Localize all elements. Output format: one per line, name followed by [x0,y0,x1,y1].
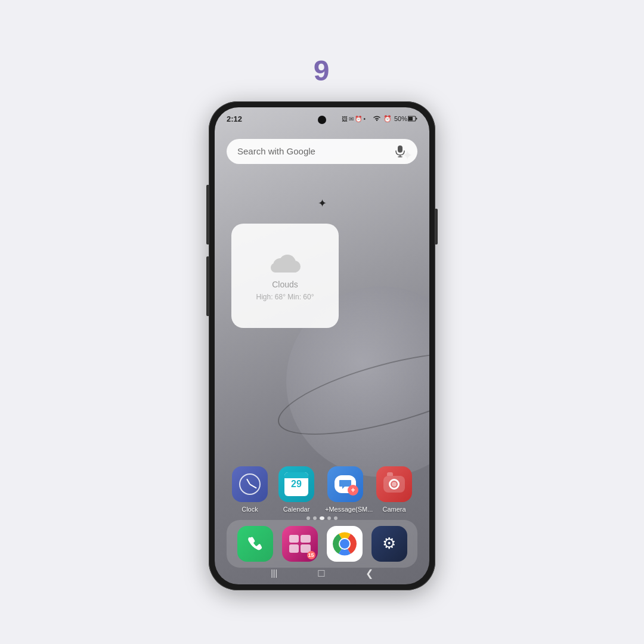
temp-low: Min: 60° [287,293,314,301]
mic-icon[interactable] [394,145,407,158]
clock-minute-hand [250,484,257,488]
camera-hole [318,116,326,124]
page-indicators [215,516,429,520]
camera-notch [387,472,393,476]
battery-icon: 50% [394,115,417,122]
dock-item-multiwindow[interactable]: 15 [282,526,318,562]
phone-app-icon[interactable] [237,526,273,562]
alarm-notif-icon: ⏰ [355,116,362,122]
temp-high: High: 68° [256,293,286,301]
camera-app-label: Camera [382,506,405,513]
image-notif-icon: 🖼 [342,116,348,122]
alarm-status-icon: ⏰ [383,115,392,123]
camera-lens-inner [392,482,397,487]
mw-cell-1 [289,535,299,543]
home-button[interactable]: □ [318,567,325,580]
battery-percent: 50% [394,115,407,122]
multiwindow-app-icon[interactable]: 15 [282,526,318,562]
page-dot-5 [334,516,338,520]
weather-widget[interactable]: Clouds High: 68° Min: 60° [231,224,339,328]
mw-cell-3 [289,544,299,553]
multiwindow-badge: 15 [307,551,315,559]
dot-notif-icon: • [363,116,366,122]
message-notif-icon: ✉ [349,116,354,122]
status-time: 2:12 [227,114,242,123]
dock-item-settings[interactable]: ⚙ [371,526,407,562]
app-item-clock[interactable]: Clock [232,466,268,513]
svg-rect-3 [398,145,402,153]
dock-item-chrome[interactable] [327,526,363,562]
back-button[interactable]: ❮ [366,568,373,579]
svg-point-13 [340,539,349,549]
app-item-messages[interactable]: + +Message(SM... [325,466,366,513]
message-plus-badge: + [348,485,358,496]
page-dot-3-active [320,516,324,520]
cal-number: 29 [284,479,308,489]
svg-rect-2 [416,118,417,120]
settings-app-icon[interactable]: ⚙ [371,526,407,562]
search-text: Search with Google [237,146,315,156]
calendar-app-label: Calendar [283,506,310,513]
weather-condition: Clouds [272,280,298,289]
clock-face [239,473,261,495]
app-item-calendar[interactable]: 29 Calendar [278,466,314,513]
chrome-app-icon[interactable] [327,526,363,562]
svg-rect-1 [408,117,413,120]
settings-gear-icon: ⚙ [382,534,396,553]
page-dot-2 [313,516,317,520]
messages-app-label: +Message(SM... [325,506,366,513]
search-bar[interactable]: Search with Google [227,139,417,164]
weather-temp: High: 68° Min: 60° [256,293,314,301]
dock-item-phone[interactable] [237,526,273,562]
nav-bar: ||| □ ❮ [215,567,429,580]
app-item-camera[interactable]: Camera [376,466,412,513]
recent-apps-button[interactable]: ||| [271,568,277,578]
cloud-icon [267,250,303,276]
page-container: 9 ✦ ✦ 2:12 🖼 ✉ ⏰ • [0,0,644,644]
notification-icons: 🖼 ✉ ⏰ • [342,116,366,122]
bottom-dock: 15 [227,520,417,568]
phone-screen: ✦ ✦ 2:12 🖼 ✉ ⏰ • [215,107,429,584]
page-dot-4 [327,516,331,520]
app-grid: Clock 29 Calendar [215,466,429,513]
clock-app-icon[interactable] [232,466,268,502]
calendar-inner: 29 [284,472,308,496]
clock-app-label: Clock [242,506,258,513]
multiwindow-grid [289,535,311,553]
status-icons: 🖼 ✉ ⏰ • ⏰ 50% [342,114,417,123]
messages-app-icon[interactable]: + [327,466,363,502]
cal-header [284,472,308,478]
calendar-app-icon[interactable]: 29 [278,466,314,502]
svg-point-10 [271,263,280,273]
step-number: 9 [314,54,331,87]
phone-shell: ✦ ✦ 2:12 🖼 ✉ ⏰ • [209,101,435,590]
mw-cell-2 [301,535,311,543]
sparkle-icon-2: ✦ [318,197,327,210]
page-dot-1 [306,516,310,520]
camera-app-icon[interactable] [376,466,412,502]
camera-body [383,476,405,493]
wifi-icon [373,114,381,123]
camera-lens [389,479,400,490]
message-bubble: + [335,475,356,493]
